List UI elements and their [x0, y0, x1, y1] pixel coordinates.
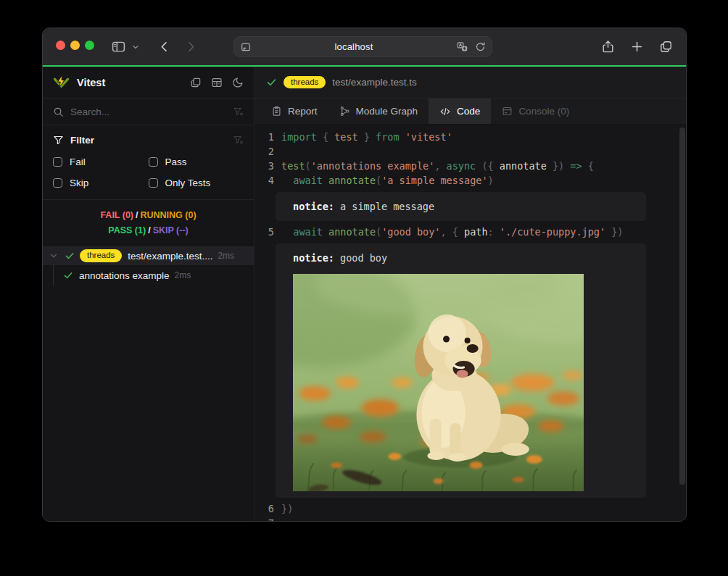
moon-icon	[232, 77, 244, 88]
line-number: 4	[255, 173, 274, 188]
tab-console[interactable]: Console (0)	[491, 99, 580, 124]
line-number: 1	[255, 130, 274, 144]
tab-overview-button[interactable]	[659, 40, 673, 54]
website-settings-icon	[240, 41, 252, 53]
minimize-window-button[interactable]	[70, 41, 80, 50]
code-token: , {	[441, 226, 465, 238]
translate-icon	[456, 41, 468, 53]
tab-code[interactable]: Code	[429, 99, 491, 124]
code-token	[323, 226, 328, 238]
scrollbar-thumb[interactable]	[679, 128, 685, 485]
annotation-text: notice: good boy	[293, 250, 646, 266]
code-token: './cute-puppy.jpg'	[500, 226, 605, 238]
code-token	[323, 175, 328, 186]
code-token: test	[334, 131, 358, 143]
sidebar-icon	[111, 39, 126, 54]
checkbox-icon	[53, 178, 62, 188]
browser-window: localhost	[42, 28, 687, 522]
share-icon	[601, 40, 615, 54]
pass-count: PASS (1)	[108, 225, 146, 235]
code-line: 6})	[255, 501, 686, 516]
forward-button[interactable]	[184, 40, 198, 54]
window-controls	[56, 41, 94, 50]
code-token: :	[488, 226, 500, 238]
tree-item-test-file[interactable]: threads test/example.test.... 2ms	[43, 246, 254, 265]
checkbox-icon	[53, 157, 62, 167]
code-token: })	[281, 503, 293, 514]
code-token: =>	[570, 160, 582, 172]
forward-arrow-icon	[184, 40, 198, 54]
vitest-logo	[53, 74, 70, 91]
code-text: await annotate('good boy', { path: './cu…	[281, 225, 624, 239]
theme-toggle-button[interactable]	[232, 77, 244, 88]
reload-button[interactable]	[475, 41, 486, 52]
clear-filter-icon[interactable]	[233, 135, 244, 146]
tab-module-graph[interactable]: Module Graph	[328, 99, 429, 124]
filter-checkbox-only-tests[interactable]: Only Tests	[149, 178, 244, 188]
close-window-button[interactable]	[56, 41, 65, 50]
code-token: 'good boy'	[381, 226, 440, 238]
browser-titlebar: localhost	[43, 28, 686, 65]
code-line: 5 await annotate('good boy', { path: './…	[255, 225, 686, 239]
code-token: (	[305, 160, 311, 172]
annotation-text: notice: a simple message	[293, 199, 646, 214]
console-icon	[502, 106, 513, 117]
code-content: 1import { test } from 'vitest'23test('an…	[255, 130, 686, 522]
reload-icon	[475, 41, 486, 52]
code-token: )	[488, 175, 494, 186]
code-token: 'vitest'	[405, 131, 452, 143]
code-token: await	[293, 226, 323, 238]
filter-title: Filter	[70, 135, 94, 146]
code-token: await	[293, 175, 323, 186]
tree-item-test-case[interactable]: annotations example 2ms	[43, 265, 254, 285]
annotation-box: notice: a simple message	[276, 192, 646, 221]
code-viewer: 1import { test } from 'vitest'23test('an…	[255, 125, 686, 522]
code-line: 1import { test } from 'vitest'	[255, 130, 686, 144]
code-icon	[439, 106, 451, 117]
app-title: Vitest	[77, 77, 105, 88]
code-token: annotate	[328, 226, 376, 238]
checkbox-label: Skip	[70, 178, 88, 188]
pool-badge: threads	[284, 76, 326, 89]
new-tab-button[interactable]	[630, 40, 644, 54]
dashboard-button[interactable]	[211, 77, 223, 88]
line-number: 3	[255, 159, 274, 173]
code-line: 3test('annotations example', async ({ an…	[255, 159, 686, 173]
tabs-overview-icon	[659, 40, 673, 54]
puppy-photo	[293, 274, 584, 491]
zoom-window-button[interactable]	[85, 41, 94, 50]
back-button[interactable]	[157, 40, 171, 54]
checkbox-icon	[149, 178, 158, 188]
sidebar-header: Vitest	[43, 67, 254, 99]
code-token: ,	[434, 160, 446, 172]
annotation-attachment-image	[293, 274, 584, 491]
filter-checkbox-skip[interactable]: Skip	[53, 178, 149, 188]
filter-checkbox-fail[interactable]: Fail	[53, 156, 149, 167]
clear-search-filter-icon[interactable]	[233, 107, 244, 117]
checkbox-label: Only Tests	[165, 178, 211, 188]
sidebar-toggle-button[interactable]	[111, 39, 126, 54]
chevron-down-icon[interactable]	[49, 251, 59, 261]
code-text: await annotate('a simple message')	[281, 173, 494, 188]
annotation-type-label: notice:	[293, 252, 334, 264]
search-bar	[43, 99, 254, 125]
filter-checkbox-pass[interactable]: Pass	[149, 156, 244, 167]
code-token: from	[376, 131, 400, 143]
sidebar-menu-chevron[interactable]	[131, 43, 140, 51]
checkbox-label: Pass	[165, 156, 187, 167]
file-header: threads test/example.test.ts	[255, 67, 686, 99]
back-arrow-icon	[157, 40, 171, 54]
fail-count: FAIL (0)	[100, 210, 133, 220]
translate-button[interactable]	[456, 41, 468, 53]
tab-report[interactable]: Report	[260, 99, 328, 124]
code-text: test('annotations example', async ({ ann…	[281, 159, 594, 173]
test-case-name: annotations example	[79, 270, 170, 281]
toggle-panels-button[interactable]	[190, 77, 202, 88]
main-panel: threads test/example.test.ts Report Modu…	[255, 67, 686, 522]
share-button[interactable]	[601, 40, 615, 54]
module-graph-icon	[339, 106, 350, 117]
overlay-panels-icon	[190, 77, 202, 88]
code-token: ({	[476, 160, 500, 172]
address-bar[interactable]: localhost	[233, 36, 492, 57]
search-input[interactable]	[70, 107, 226, 117]
